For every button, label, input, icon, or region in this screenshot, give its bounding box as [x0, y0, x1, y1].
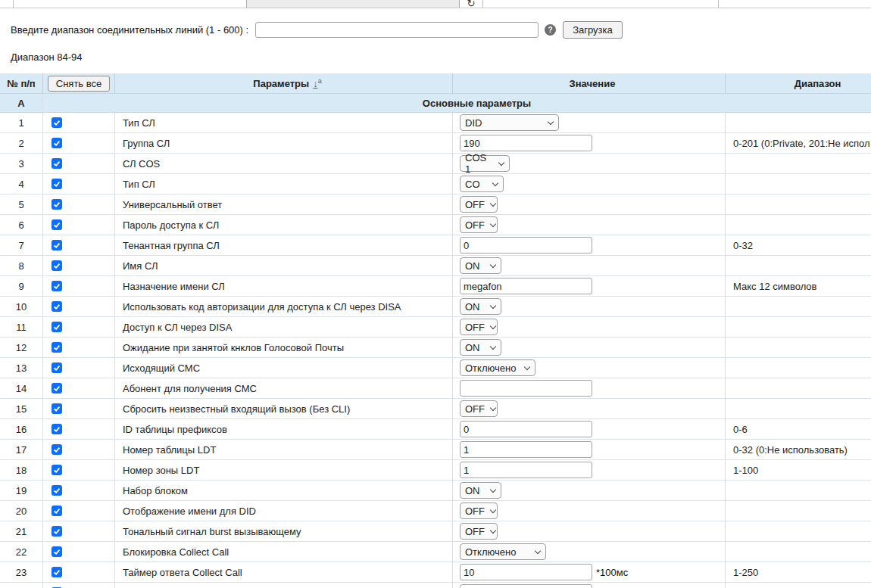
parameter-label: Группа СЛ [115, 133, 453, 153]
range-hint: Макс 12 символов [726, 276, 871, 296]
value-input[interactable] [460, 278, 592, 294]
checkbox-checked-icon[interactable] [52, 403, 62, 414]
checkbox-checked-icon[interactable] [52, 260, 62, 271]
checkbox-checked-icon[interactable] [52, 179, 62, 189]
row-number: 13 [0, 358, 43, 378]
tab-strip: ↻ [0, 0, 871, 8]
checkbox-checked-icon[interactable] [52, 362, 62, 373]
value-input[interactable] [460, 462, 592, 478]
checkbox-checked-icon[interactable] [52, 465, 62, 475]
table-row: 11 Доступ к СЛ через DISA OFF [0, 317, 871, 338]
checkbox-checked-icon[interactable] [52, 567, 62, 577]
range-input[interactable] [255, 22, 539, 38]
value-select[interactable]: ON [460, 298, 501, 315]
checkbox-checked-icon[interactable] [52, 219, 62, 230]
value-cell: *100мс [453, 562, 726, 582]
table-row: 13 Исходящий СМС Отключено [0, 358, 871, 378]
parameter-label: Ожидание при занятой кнклов Голосовой По… [115, 338, 453, 357]
load-button[interactable]: Загрузка [563, 21, 623, 39]
value-cell [453, 133, 726, 153]
range-hint [726, 215, 871, 235]
checkbox-checked-icon[interactable] [52, 158, 62, 169]
value-select[interactable]: OFF [460, 196, 498, 213]
value-input[interactable] [460, 380, 592, 397]
row-checkbox-cell [43, 440, 115, 459]
value-select[interactable]: OFF [460, 502, 498, 519]
value-select[interactable]: OFF [460, 216, 498, 233]
range-hint: 0-32 [726, 235, 871, 255]
value-cell [453, 378, 726, 398]
value-select[interactable]: OFF [460, 319, 498, 335]
value-input[interactable] [460, 421, 592, 437]
clear-all-button[interactable]: Снять все [48, 76, 110, 92]
table-row: 21 Тональный сигнал burst вызывающему OF… [0, 521, 871, 542]
range-hint: 1-250 [726, 562, 871, 582]
tab-divider [718, 0, 719, 8]
value-select[interactable]: ON [460, 482, 501, 499]
select-value: OFF [465, 322, 485, 333]
value-select[interactable]: COS 1 [460, 155, 510, 172]
tab-selected[interactable] [246, 0, 460, 8]
range-hint [726, 542, 871, 562]
header-checkbox-cell: Снять все [43, 73, 115, 93]
checkbox-checked-icon[interactable] [52, 117, 62, 128]
value-cell: OFF [453, 215, 726, 235]
row-checkbox-cell [43, 358, 115, 378]
value-select[interactable]: DID [460, 114, 559, 131]
header-value: Значение [453, 73, 726, 93]
value-select[interactable]: ON [460, 339, 501, 356]
value-input[interactable] [460, 237, 592, 254]
row-checkbox-cell [43, 297, 115, 316]
select-value: COS 1 [465, 152, 493, 175]
checkbox-checked-icon[interactable] [52, 322, 62, 332]
value-select[interactable]: OFF [460, 523, 498, 540]
checkbox-checked-icon[interactable] [52, 199, 62, 210]
row-checkbox-cell [43, 194, 115, 214]
value-input[interactable] [460, 135, 592, 151]
value-input[interactable] [460, 564, 592, 580]
row-number: 7 [0, 235, 43, 255]
refresh-icon[interactable]: ↻ [460, 0, 482, 8]
checkbox-checked-icon[interactable] [52, 342, 62, 353]
select-value: OFF [465, 403, 485, 415]
checkbox-checked-icon[interactable] [52, 546, 62, 557]
checkbox-checked-icon[interactable] [52, 444, 62, 455]
checkbox-checked-icon[interactable] [52, 526, 62, 537]
table-row: 23 Таймер ответа Collect Call *100мс 1-2… [0, 562, 871, 583]
value-select[interactable]: Отключено [460, 359, 535, 376]
value-select[interactable]: CO [460, 176, 504, 192]
row-number: 17 [0, 440, 43, 459]
value-input[interactable] [460, 584, 592, 588]
value-input[interactable] [460, 441, 592, 458]
value-cell [453, 235, 726, 255]
checkbox-checked-icon[interactable] [52, 301, 62, 312]
range-hint: 0-6 [726, 419, 871, 439]
header-params[interactable]: Параметры ↓a [115, 73, 453, 93]
value-cell: ON [453, 338, 726, 357]
checkbox-checked-icon[interactable] [52, 138, 62, 148]
parameter-label: Тональный сигнал burst вызывающему [115, 521, 453, 541]
row-number: 8 [0, 256, 43, 275]
value-select[interactable]: OFF [460, 400, 498, 417]
checkbox-checked-icon[interactable] [52, 383, 62, 394]
parameters-table: № п/п Снять все Параметры ↓a Значение Ди… [0, 73, 871, 588]
checkbox-checked-icon[interactable] [52, 506, 62, 516]
checkbox-checked-icon[interactable] [52, 281, 62, 291]
checkbox-checked-icon[interactable] [52, 424, 62, 434]
help-icon[interactable]: ? [545, 24, 556, 36]
value-select[interactable]: ON [460, 257, 501, 274]
table-header: № п/п Снять все Параметры ↓a Значение Ди… [0, 73, 871, 94]
tab-divider [482, 0, 483, 8]
value-select[interactable]: Отключено [460, 543, 546, 560]
parameter-label: Абонент для получения СМС [115, 378, 453, 398]
value-cell: OFF [453, 399, 726, 418]
chevron-down-icon [490, 404, 496, 410]
checkbox-checked-icon[interactable] [52, 240, 62, 250]
parameter-label: Сбросить неизвестный входящий вызов (Без… [115, 399, 453, 418]
row-number: 19 [0, 481, 43, 500]
checkbox-checked-icon[interactable] [52, 485, 62, 496]
table-row: 8 Имя СЛ ON [0, 256, 871, 276]
chevron-down-icon [524, 363, 530, 369]
row-number: 23 [0, 562, 43, 582]
select-value: OFF [465, 219, 485, 231]
